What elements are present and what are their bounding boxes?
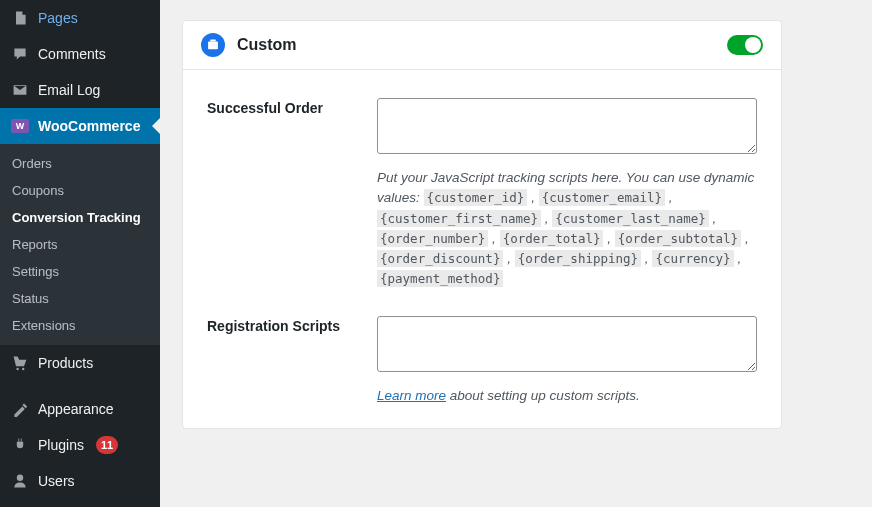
enable-toggle[interactable]: [727, 35, 763, 55]
submenu-extensions[interactable]: Extensions: [0, 312, 160, 339]
dynamic-token: {currency}: [652, 250, 733, 267]
dynamic-token: {payment_method}: [377, 270, 503, 287]
help-suffix: about setting up custom scripts.: [446, 388, 640, 403]
sidebar-label: Users: [38, 473, 75, 489]
dynamic-token: {customer_last_name}: [552, 210, 709, 227]
svg-rect-1: [210, 39, 216, 41]
admin-sidebar: Pages Comments Email Log W WooCommerce O…: [0, 0, 160, 507]
learn-more-link[interactable]: Learn more: [377, 388, 446, 403]
sidebar-item-email-log[interactable]: Email Log: [0, 72, 160, 108]
custom-script-icon: [201, 33, 225, 57]
plugins-icon: [10, 435, 30, 455]
successful-order-help: Put your JavaScript tracking scripts her…: [377, 168, 757, 290]
card-body: Successful Order Put your JavaScript tra…: [183, 70, 781, 428]
woocommerce-submenu: Orders Coupons Conversion Tracking Repor…: [0, 144, 160, 345]
woocommerce-icon: W: [10, 116, 30, 136]
sidebar-label: Appearance: [38, 401, 114, 417]
dynamic-token: {customer_id}: [424, 189, 528, 206]
pages-icon: [10, 8, 30, 28]
sidebar-label: Pages: [38, 10, 78, 26]
main-content: Custom Successful Order Put your JavaScr…: [160, 0, 872, 507]
users-icon: [10, 471, 30, 491]
sidebar-label: WooCommerce: [38, 118, 140, 134]
sidebar-label: Plugins: [38, 437, 84, 453]
registration-scripts-row: Registration Scripts Learn more about se…: [207, 316, 757, 406]
dynamic-token: {order_number}: [377, 230, 488, 247]
email-icon: [10, 80, 30, 100]
sidebar-item-users[interactable]: Users: [0, 463, 160, 499]
registration-scripts-textarea[interactable]: [377, 316, 757, 372]
sidebar-item-comments[interactable]: Comments: [0, 36, 160, 72]
dynamic-token: {order_subtotal}: [615, 230, 741, 247]
sidebar-item-plugins[interactable]: Plugins 11: [0, 427, 160, 463]
submenu-coupons[interactable]: Coupons: [0, 177, 160, 204]
card-title: Custom: [237, 36, 727, 54]
sidebar-item-woocommerce[interactable]: W WooCommerce: [0, 108, 160, 144]
registration-scripts-help: Learn more about setting up custom scrip…: [377, 386, 757, 406]
sidebar-item-pages[interactable]: Pages: [0, 0, 160, 36]
dynamic-token: {order_total}: [500, 230, 604, 247]
registration-scripts-label: Registration Scripts: [207, 316, 377, 406]
sidebar-label: Email Log: [38, 82, 100, 98]
submenu-settings[interactable]: Settings: [0, 258, 160, 285]
card-header: Custom: [183, 21, 781, 70]
dynamic-token: {order_discount}: [377, 250, 503, 267]
dynamic-token: {customer_email}: [539, 189, 665, 206]
successful-order-label: Successful Order: [207, 98, 377, 290]
submenu-orders[interactable]: Orders: [0, 150, 160, 177]
products-icon: [10, 353, 30, 373]
successful-order-row: Successful Order Put your JavaScript tra…: [207, 98, 757, 290]
dynamic-token: {order_shipping}: [515, 250, 641, 267]
svg-rect-0: [208, 42, 218, 50]
sidebar-item-appearance[interactable]: Appearance: [0, 391, 160, 427]
submenu-reports[interactable]: Reports: [0, 231, 160, 258]
submenu-conversion-tracking[interactable]: Conversion Tracking: [0, 204, 160, 231]
successful-order-textarea[interactable]: [377, 98, 757, 154]
sidebar-label: Products: [38, 355, 93, 371]
appearance-icon: [10, 399, 30, 419]
custom-tracking-card: Custom Successful Order Put your JavaScr…: [182, 20, 782, 429]
dynamic-token: {customer_first_name}: [377, 210, 541, 227]
sidebar-item-products[interactable]: Products: [0, 345, 160, 381]
submenu-status[interactable]: Status: [0, 285, 160, 312]
sidebar-label: Comments: [38, 46, 106, 62]
comments-icon: [10, 44, 30, 64]
plugins-badge: 11: [96, 436, 118, 454]
